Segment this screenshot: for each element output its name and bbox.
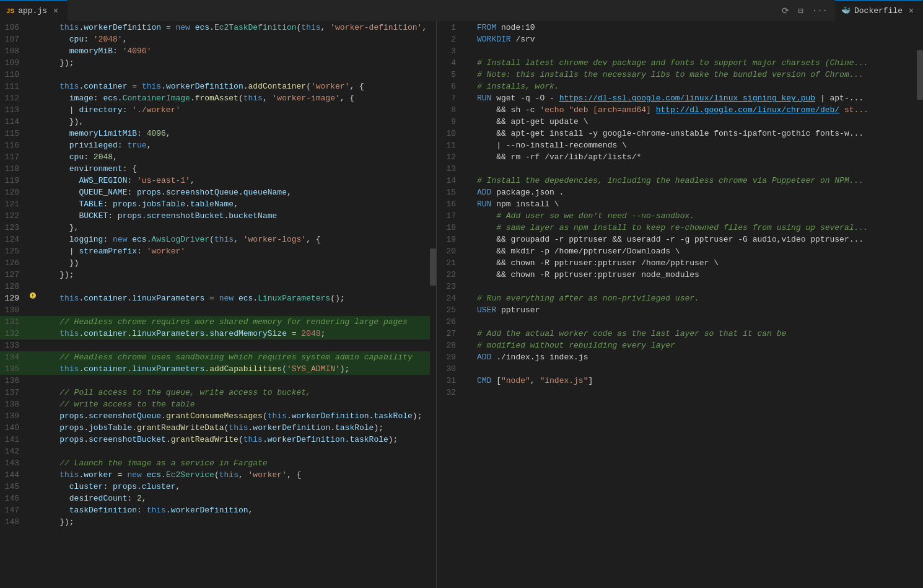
- table-row: 147 taskDefinition: this.workerDefinitio…: [0, 504, 436, 516]
- table-row: 148 });: [0, 516, 436, 528]
- table-row: 112 image: ecs.ContainerImage.fromAsset(…: [0, 92, 436, 104]
- table-row: 30: [437, 363, 923, 375]
- table-row: 19 && groupadd -r pptruser && useradd -r…: [437, 234, 923, 245]
- table-row: 8 && sh -c 'echo "deb [arch=amd64] http:…: [437, 104, 923, 116]
- table-row: 119 AWS_REGION: 'us-east-1',: [0, 175, 436, 186]
- table-row: 115 memoryLimitMiB: 4096,: [0, 128, 436, 139]
- tab-dockerfile[interactable]: 🐳 Dockerfile ×: [835, 0, 923, 21]
- table-row: 29 ADD ./index.js index.js: [437, 351, 923, 363]
- table-row: 10 && apt-get install -y google-chrome-u…: [437, 128, 923, 139]
- js-file-icon: JS: [6, 7, 14, 15]
- sync-icon[interactable]: ⟳: [779, 4, 792, 17]
- table-row: 117 cpu: 2048,: [0, 151, 436, 163]
- table-row: 129 ! this.container.linuxParameters = n…: [0, 292, 436, 304]
- table-row: 5 # Note: this installs the necessary li…: [437, 69, 923, 81]
- right-code-content: 1 FROM node:10 2 WORKDIR /srv 3: [437, 22, 923, 588]
- table-row: 14 # Install the depedencies, including …: [437, 175, 923, 186]
- right-editor-pane: 1 FROM node:10 2 WORKDIR /srv 3: [437, 22, 923, 588]
- table-row: 143 // Launch the image as a service in …: [0, 457, 436, 469]
- table-row: 107 cpu: '2048',: [0, 33, 436, 45]
- scrollbar-thumb[interactable]: [430, 248, 436, 286]
- table-row: 125 | streamPrefix: 'worker': [0, 245, 436, 257]
- table-row: 7 RUN wget -q -O - https://dl-ssl.google…: [437, 92, 923, 104]
- table-row: 2 WORKDIR /srv: [437, 33, 923, 45]
- table-row: 145 cluster: props.cluster,: [0, 481, 436, 493]
- table-row: 32: [437, 387, 923, 398]
- table-row: 16 RUN npm install \: [437, 198, 923, 210]
- right-scrollbar-thumb[interactable]: [917, 50, 923, 100]
- scrollbar-track[interactable]: [430, 22, 436, 588]
- table-row: 4 # Install latest chrome dev package an…: [437, 57, 923, 69]
- table-row: 20 && mkdir -p /home/pptruser/Downloads …: [437, 245, 923, 257]
- table-row: 26: [437, 316, 923, 328]
- table-row: 114 }),: [0, 116, 436, 128]
- table-row: 17 # Add user so we don't need --no-sand…: [437, 210, 923, 222]
- table-row: 15 ADD package.json .: [437, 186, 923, 198]
- table-row: 21 && chown -R pptruser:pptruser /home/p…: [437, 257, 923, 269]
- warning-icon: !: [30, 292, 36, 299]
- table-row: 137 // Poll access to the queue, write a…: [0, 387, 436, 398]
- more-icon[interactable]: ···: [810, 4, 830, 17]
- table-row: 120 QUEUE_NAME: props.screenshotQueue.qu…: [0, 186, 436, 198]
- table-row: 140 props.jobsTable.grantReadWriteData(t…: [0, 422, 436, 434]
- table-row: 13: [437, 163, 923, 175]
- table-row: 122 BUCKET: props.screenshotBucket.bucke…: [0, 210, 436, 222]
- left-editor-pane: 106 this.workerDefinition = new ecs.Ec2T…: [0, 22, 437, 588]
- table-row: 18 # same layer as npm install to keep r…: [437, 222, 923, 234]
- table-row: 126 }): [0, 257, 436, 269]
- table-row: 110: [0, 69, 436, 81]
- close-dockerfile-tab[interactable]: ×: [906, 6, 916, 16]
- table-row: 144 this.worker = new ecs.Ec2Service(thi…: [0, 469, 436, 481]
- table-row: 131 // Headless chrome requires more sha…: [0, 316, 436, 328]
- table-row: 124 logging: new ecs.AwsLogDriver(this, …: [0, 234, 436, 245]
- table-row: 106 this.workerDefinition = new ecs.Ec2T…: [0, 22, 436, 33]
- table-row: 134 // Headless chrome uses sandboxing w…: [0, 351, 436, 363]
- tab-app-js[interactable]: JS app.js ×: [0, 0, 68, 21]
- table-row: 1 FROM node:10: [437, 22, 923, 33]
- table-row: 9 && apt-get update \: [437, 116, 923, 128]
- table-row: 113 | directory: './worker': [0, 104, 436, 116]
- table-row: 135 this.container.linuxParameters.addCa…: [0, 363, 436, 375]
- table-row: 139 props.screenshotQueue.grantConsumeMe…: [0, 410, 436, 422]
- table-row: 31 CMD ["node", "index.js"]: [437, 375, 923, 387]
- table-row: 25 USER pptruser: [437, 304, 923, 316]
- table-row: 132 this.container.linuxParameters.share…: [0, 328, 436, 340]
- right-scrollbar-track[interactable]: [917, 22, 923, 588]
- table-row: 28 # modified without rebuilding every l…: [437, 340, 923, 351]
- table-row: 118 environment: {: [0, 163, 436, 175]
- layout-icon[interactable]: ⊟: [795, 4, 805, 17]
- close-appjs-tab[interactable]: ×: [51, 6, 61, 16]
- table-row: 133: [0, 340, 436, 351]
- table-row: 12 && rm -rf /var/lib/apt/lists/*: [437, 151, 923, 163]
- table-row: 3: [437, 45, 923, 57]
- editors-row: 106 this.workerDefinition = new ecs.Ec2T…: [0, 22, 923, 588]
- table-row: 116 privileged: true,: [0, 139, 436, 151]
- table-row: 136: [0, 375, 436, 387]
- table-row: 24 # Run everything after as non-privile…: [437, 292, 923, 304]
- left-code-area[interactable]: 106 this.workerDefinition = new ecs.Ec2T…: [0, 22, 436, 588]
- table-row: 141 props.screenshotBucket.grantReadWrit…: [0, 434, 436, 445]
- table-row: 11 | --no-install-recommends \: [437, 139, 923, 151]
- table-row: 22 && chown -R pptruser:pptruser node_mo…: [437, 269, 923, 281]
- table-row: 108 memoryMiB: '4096': [0, 45, 436, 57]
- tab-filename-dockerfile: Dockerfile: [854, 6, 903, 15]
- docker-file-icon: 🐳: [841, 6, 851, 15]
- table-row: 142: [0, 445, 436, 457]
- table-row: 127 });: [0, 269, 436, 281]
- table-row: 111 this.container = this.workerDefiniti…: [0, 81, 436, 92]
- table-row: 146 desiredCount: 2,: [0, 493, 436, 504]
- table-row: 23: [437, 281, 923, 292]
- editor-container: JS app.js × ⟳ ⊟ ··· 🐳 Dockerfile × 106: [0, 0, 923, 588]
- left-code-content: 106 this.workerDefinition = new ecs.Ec2T…: [0, 22, 436, 588]
- table-row: 123 },: [0, 222, 436, 234]
- table-row: 130: [0, 304, 436, 316]
- table-row: 6 # installs, work.: [437, 81, 923, 92]
- right-code-area[interactable]: 1 FROM node:10 2 WORKDIR /srv 3: [437, 22, 923, 588]
- table-row: 128: [0, 281, 436, 292]
- table-row: 121 TABLE: props.jobsTable.tableName,: [0, 198, 436, 210]
- table-row: 109 });: [0, 57, 436, 69]
- table-row: 27 # Add the actual worker code as the l…: [437, 328, 923, 340]
- table-row: 138 // write access to the table: [0, 398, 436, 410]
- tab-bar: JS app.js × ⟳ ⊟ ··· 🐳 Dockerfile ×: [0, 0, 923, 22]
- tab-filename-appjs: app.js: [18, 6, 47, 15]
